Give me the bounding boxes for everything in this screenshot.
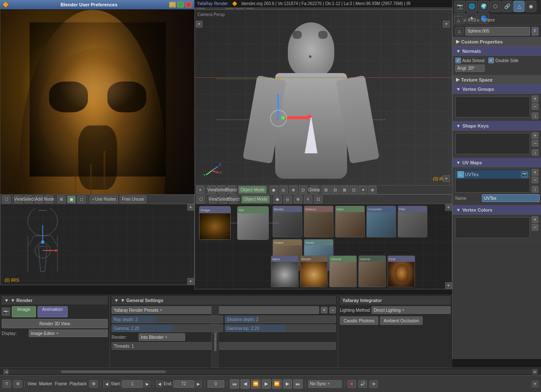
ned-view-btn[interactable]: View: [14, 196, 23, 203]
shape-remove-btn[interactable]: −: [532, 140, 538, 147]
threads-field[interactable]: Threads: 1: [112, 342, 336, 350]
shadow-depth-field[interactable]: Shadow depth: 2: [225, 316, 336, 323]
node-small-3[interactable]: Glare: [335, 206, 365, 237]
auto-smooth-checkbox[interactable]: ✓: [455, 57, 461, 63]
ned-type-icon[interactable]: ⬡: [197, 196, 205, 203]
vbt-grid1[interactable]: ⊞: [322, 186, 330, 193]
shape-down-btn[interactable]: ↓: [532, 149, 538, 156]
tl-cursor[interactable]: ⊕: [89, 380, 98, 388]
uvtex-entry[interactable]: U UVTex 📷: [456, 170, 530, 179]
ned-grid-btn[interactable]: ⊞: [57, 196, 66, 203]
vbt-grid2[interactable]: ⊟: [331, 186, 339, 193]
vc-remove-btn[interactable]: −: [532, 224, 538, 231]
scroll-track[interactable]: [8, 370, 533, 373]
ned-node-btn[interactable]: Node: [45, 196, 53, 203]
ne-shade5[interactable]: ⊡: [314, 196, 322, 203]
scroll-right[interactable]: ▶: [533, 369, 538, 374]
node-corner-plus-top[interactable]: +: [445, 204, 452, 211]
free-unused-btn[interactable]: Free Unuse: [120, 196, 146, 203]
mesh-type-icon[interactable]: △: [455, 27, 464, 35]
node-small-5[interactable]: Filter: [398, 206, 427, 237]
texture-space-header[interactable]: ▶ Texture Space: [453, 75, 541, 84]
vbt-grid3[interactable]: ⊠: [340, 186, 349, 193]
ne-shade2[interactable]: ◎: [284, 196, 292, 203]
tl-extra[interactable]: ⊕: [369, 380, 378, 388]
uv-name-input[interactable]: [482, 194, 540, 202]
vbt-grid6[interactable]: ⊕: [368, 186, 377, 193]
vertex-groups-header[interactable]: ▼ Vertex Groups: [453, 84, 541, 94]
prev-start[interactable]: ◀: [103, 381, 110, 387]
vertex-remove-btn[interactable]: −: [532, 103, 538, 110]
ne-select[interactable]: Select: [219, 196, 227, 203]
end-val-field[interactable]: 72: [173, 380, 194, 388]
bc-iris[interactable]: IRIS: [468, 18, 476, 22]
ne-object[interactable]: Object: [229, 196, 238, 203]
maximize-button[interactable]: □: [177, 2, 184, 8]
props-icon-world[interactable]: 🌍: [478, 1, 489, 12]
audio-icon[interactable]: 🔊: [358, 380, 367, 388]
vertex-groups-list[interactable]: [455, 96, 530, 117]
tl-menu-icon[interactable]: ⏱: [3, 380, 11, 388]
caustic-photons-btn[interactable]: Caustic Photons: [340, 316, 378, 325]
vbt-global[interactable]: Global: [310, 186, 319, 193]
sync-select[interactable]: No Sync ▼: [308, 380, 342, 388]
gamma-inp-field[interactable]: Gamma inp: 2.20: [225, 324, 336, 332]
viewport-corner-plus-top[interactable]: +: [443, 21, 450, 27]
ray-depth-field[interactable]: Ray depth: 2: [112, 316, 223, 323]
ambient-occlusion-btn[interactable]: Ambient Occlusion: [380, 316, 423, 325]
next-frame-btn[interactable]: ▶: [283, 379, 292, 389]
ne-view[interactable]: View: [209, 196, 217, 203]
start-val-field[interactable]: 1: [122, 380, 143, 388]
lighting-method-select[interactable]: Direct Lighting ▼: [372, 306, 451, 314]
object-name-input[interactable]: [465, 27, 530, 35]
current-frame-field[interactable]: 0: [208, 380, 224, 388]
ned-active[interactable]: ◼: [67, 196, 76, 203]
display-select[interactable]: Image Editor ▼: [29, 329, 108, 337]
vbt-grid5[interactable]: ✦: [359, 186, 367, 193]
char-node-1[interactable]: Alpha: [271, 256, 298, 287]
tl-settings[interactable]: ⚙: [14, 380, 22, 388]
rec-icon[interactable]: ⏺: [347, 380, 356, 388]
vertex-colors-header[interactable]: ▼ Vertex Colors: [453, 205, 541, 215]
ne-shade3[interactable]: ⊕: [294, 196, 302, 203]
ned-select-btn[interactable]: Select: [25, 196, 33, 203]
ne-object-mode[interactable]: Object Mode: [241, 196, 270, 203]
render-3d-btn[interactable]: Render 3D View: [2, 319, 108, 328]
node-small-2[interactable]: Defocus: [304, 206, 333, 237]
viewport-corner-plus-left[interactable]: +: [196, 21, 202, 27]
vbt-shade4[interactable]: ⊡: [299, 186, 307, 193]
char-node-4[interactable]: Gamma: [358, 256, 386, 287]
vc-add-btn[interactable]: +: [532, 216, 538, 223]
render-anim-btn[interactable]: Animation: [38, 306, 68, 317]
shape-keys-header[interactable]: ▼ Shape Keys: [453, 121, 541, 131]
uvtex-camera-btn[interactable]: 📷: [521, 171, 528, 178]
gamma-field[interactable]: Gamma: 2.20: [112, 324, 223, 332]
last-frame-btn[interactable]: ⏭: [293, 379, 303, 389]
uv-maps-list[interactable]: U UVTex 📷: [455, 169, 530, 193]
next-end[interactable]: ▶: [195, 381, 202, 387]
vertex-down-btn[interactable]: ↓: [532, 112, 538, 119]
custom-properties-header[interactable]: ▶ Custom Properties: [453, 37, 541, 46]
left-corner-plus-bottom[interactable]: +: [187, 278, 194, 285]
left-node-canvas[interactable]: (0) IRIS + +: [0, 204, 194, 285]
preset-add[interactable]: +: [321, 307, 328, 313]
viewport-canvas[interactable]: Camera Persp: [195, 10, 452, 194]
vbt-shade3[interactable]: ⊕: [289, 186, 298, 193]
props-icon-mesh[interactable]: △: [514, 1, 525, 12]
prev-end[interactable]: ◀: [156, 381, 163, 387]
node-canvas[interactable]: Image Mix Render Defocus: [195, 204, 452, 289]
ned-add-btn[interactable]: Add: [35, 196, 43, 203]
first-frame-btn[interactable]: ⏮: [230, 379, 239, 389]
props-icon-object[interactable]: ⬡: [490, 1, 501, 12]
general-header[interactable]: ▼ ▼ General Settings: [112, 296, 336, 305]
vertex-add-btn[interactable]: +: [532, 95, 538, 102]
angle-input[interactable]: [455, 65, 485, 72]
ned-camera[interactable]: ◻: [77, 196, 86, 203]
uv-remove-btn[interactable]: −: [532, 177, 538, 183]
viewport-corner-plus[interactable]: +: [443, 175, 450, 182]
prev-keyframe-btn[interactable]: ⏪: [251, 379, 260, 389]
uv-down-btn[interactable]: ↓: [532, 186, 538, 193]
props-icon-scene[interactable]: 🌐: [466, 1, 477, 12]
node-corner-plus[interactable]: +: [445, 282, 452, 289]
vbt-object-mode[interactable]: Object Mode: [238, 186, 267, 193]
